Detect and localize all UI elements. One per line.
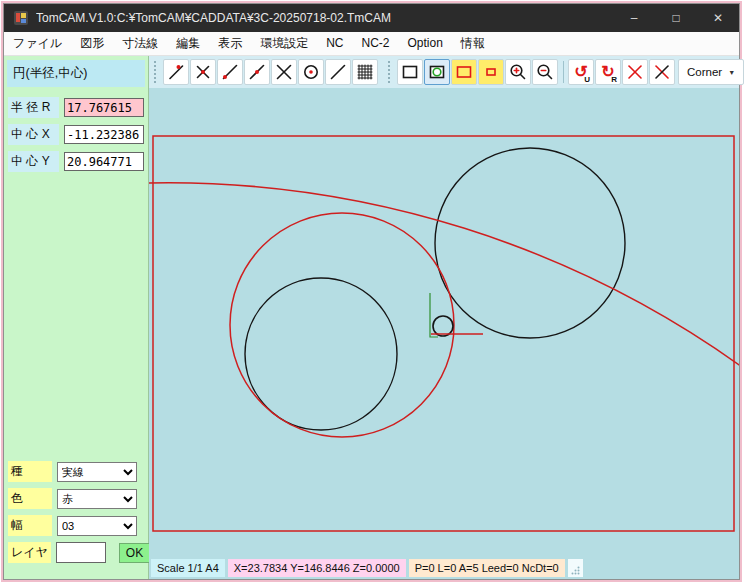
app-window: TomCAM.V1.0:C:¥TomCAM¥CADDATA¥3C-2025071… [3, 3, 740, 580]
cross-icon [274, 62, 294, 82]
grid-button[interactable] [352, 59, 378, 85]
menu-item-info[interactable]: 情報 [452, 32, 494, 55]
menu-item-view[interactable]: 表示 [209, 32, 251, 55]
chevron-down-icon: ▼ [728, 69, 735, 76]
rect-plain-icon [400, 62, 420, 82]
toolbar: ↺U↻R Corner ▼ [149, 56, 739, 88]
line-endpoint-icon [166, 62, 186, 82]
undo-button[interactable]: ↺U [568, 59, 594, 85]
menu-item-dimension[interactable]: 寸法線 [113, 32, 167, 55]
status-scale: Scale 1/1 A4 [151, 559, 225, 577]
line-width-label: 幅 [8, 515, 52, 536]
radius-label: 半 径 R [8, 97, 59, 118]
corner-dropdown[interactable]: Corner ▼ [678, 59, 744, 85]
rect-red-filled-button[interactable] [451, 59, 477, 85]
toolbar-separator [563, 61, 564, 83]
minimize-button[interactable]: – [613, 4, 655, 32]
cross-point-button[interactable] [190, 59, 216, 85]
toolbar-grip-icon[interactable] [154, 61, 159, 83]
line-midpoint-icon [247, 62, 267, 82]
line-plain-button[interactable] [325, 59, 351, 85]
style-group: 種実線色赤幅03 レイヤ OK [4, 455, 148, 569]
zoom-out-icon [535, 62, 555, 82]
line-endpoint-button[interactable] [163, 59, 189, 85]
zoom-out-button[interactable] [532, 59, 558, 85]
status-counts: P=0 L=0 A=5 Leed=0 NcDt=0 [409, 559, 565, 577]
delete-red-icon [625, 62, 645, 82]
line-width-select[interactable]: 03 [57, 516, 137, 536]
line-plain-icon [328, 62, 348, 82]
rect-red-small-button[interactable] [478, 59, 504, 85]
menu-bar: ファイル図形寸法線編集表示環境設定NCNC-2Option情報 [4, 32, 739, 56]
layer-label: レイヤ [8, 542, 51, 563]
rect-circle-selected-button[interactable] [424, 59, 450, 85]
circle-center-button[interactable] [298, 59, 324, 85]
line-type-select[interactable]: 実線 [57, 462, 137, 482]
close-button[interactable]: ✕ [697, 4, 739, 32]
circle-center-icon [301, 62, 321, 82]
rect-red-small-icon [481, 62, 501, 82]
title-bar: TomCAM.V1.0:C:¥TomCAM¥CADDATA¥3C-2025071… [4, 4, 739, 32]
delete-red-button[interactable] [622, 59, 648, 85]
tiny-black-circle [433, 316, 453, 336]
center-y-label: 中 心 Y [8, 151, 59, 172]
app-icon [13, 10, 29, 26]
line-type-label: 種 [8, 461, 52, 482]
tool-panel: 円(半径,中心) 半 径 R中 心 X中 心 Y 種実線色赤幅03 レイヤ OK [4, 56, 149, 579]
zoom-in-icon [508, 62, 528, 82]
delete-black-icon [652, 62, 672, 82]
line-color-label: 色 [8, 488, 52, 509]
center-y-input[interactable] [64, 152, 144, 171]
menu-item-shape[interactable]: 図形 [71, 32, 113, 55]
menu-item-nc[interactable]: NC [317, 32, 352, 55]
rect-red-filled-icon [454, 62, 474, 82]
rect-plain-button[interactable] [397, 59, 423, 85]
menu-item-env-settings[interactable]: 環境設定 [251, 32, 317, 55]
center-x-input[interactable] [64, 125, 144, 144]
grid-icon [355, 62, 375, 82]
line-midpoint-button[interactable] [244, 59, 270, 85]
menu-item-option[interactable]: Option [398, 32, 451, 55]
redo-letter: R [611, 75, 617, 84]
line-startpoint-icon [220, 62, 240, 82]
rect-circle-selected-icon [427, 62, 447, 82]
menu-item-nc-2[interactable]: NC-2 [352, 32, 398, 55]
large-black-circle [435, 148, 625, 338]
menu-item-file[interactable]: ファイル [4, 32, 71, 55]
center-x-label: 中 心 X [8, 124, 59, 145]
cross-button[interactable] [271, 59, 297, 85]
zoom-in-button[interactable] [505, 59, 531, 85]
undo-letter: U [584, 75, 590, 84]
layer-input[interactable] [56, 542, 106, 563]
corner-label: Corner [687, 66, 722, 78]
resize-grip-icon[interactable] [568, 559, 583, 577]
status-coordinates: X=23.7834 Y=146.8446 Z=0.0000 [228, 559, 406, 577]
redo-button[interactable]: ↻R [595, 59, 621, 85]
view-tool-group: ↺U↻R Corner ▼ [387, 59, 744, 85]
line-startpoint-button[interactable] [217, 59, 243, 85]
small-black-circle [245, 278, 397, 430]
drawing-scene [149, 88, 739, 578]
window-title: TomCAM.V1.0:C:¥TomCAM¥CADDATA¥3C-2025071… [36, 11, 613, 25]
menu-item-edit[interactable]: 編集 [167, 32, 209, 55]
line-color-select[interactable]: 赤 [57, 489, 137, 509]
draw-tool-group [153, 59, 379, 85]
status-bar: Scale 1/1 A4 X=23.7834 Y=146.8446 Z=0.00… [149, 557, 583, 579]
toolbar-grip-icon[interactable] [388, 61, 393, 83]
cross-point-icon [193, 62, 213, 82]
maximize-button[interactable]: □ [655, 4, 697, 32]
ok-button[interactable]: OK [119, 543, 150, 563]
delete-black-button[interactable] [649, 59, 675, 85]
tool-panel-title: 円(半径,中心) [7, 60, 145, 87]
drawing-canvas[interactable]: Scale 1/1 A4 X=23.7834 Y=146.8446 Z=0.00… [149, 88, 739, 579]
radius-input[interactable] [64, 98, 144, 117]
